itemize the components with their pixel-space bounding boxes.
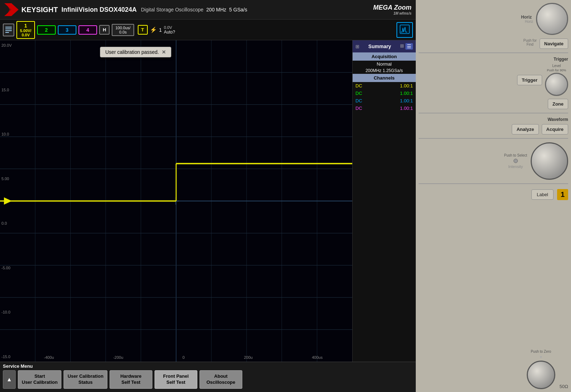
keysight-chevron-icon bbox=[4, 3, 19, 16]
start-calibration-button[interactable]: StartUser Calibration bbox=[18, 370, 61, 389]
trigger-mode: Auto? bbox=[164, 30, 175, 35]
search-label: Push forFind bbox=[524, 39, 537, 46]
acquisition-button[interactable]: Acquisition bbox=[353, 52, 416, 61]
channels-label: Channels bbox=[374, 75, 395, 81]
fifty-ohm-label: 50Ω bbox=[560, 384, 568, 389]
ch4-button[interactable]: 4 bbox=[79, 25, 97, 35]
about-scope-button[interactable]: AboutOscilloscope bbox=[199, 370, 242, 389]
zone-button[interactable]: Zone bbox=[548, 99, 568, 109]
trigger-channel: 1 bbox=[159, 27, 162, 33]
waveform-area: 20.0V 15.0 10.0 5.00 0.0 -5.00 -10.0 -15… bbox=[0, 40, 352, 362]
hw-test-text: HardwareSelf Test bbox=[120, 373, 141, 386]
channels-button[interactable]: Channels bbox=[353, 74, 416, 82]
acquire-button[interactable]: Acquire bbox=[542, 124, 568, 134]
nav-up-icon: ▲ bbox=[6, 376, 12, 383]
horiz-sub: Horiz bbox=[525, 20, 533, 24]
summary-expand-icon[interactable]: ⊞ bbox=[400, 43, 404, 50]
nav-up-button[interactable]: ▲ bbox=[3, 370, 16, 389]
grid-svg bbox=[0, 40, 352, 362]
analyze-button[interactable]: Analyze bbox=[512, 124, 539, 134]
svg-rect-2 bbox=[5, 27, 12, 27]
trigger-t-label: T bbox=[141, 27, 144, 32]
ch3-number: 3 bbox=[66, 27, 69, 33]
about-text: AboutOscilloscope bbox=[206, 373, 235, 386]
acquisition-params: 200MHz 1.25GSa/s bbox=[353, 67, 416, 74]
mega-zoom-sub: 1M wfms/s bbox=[393, 11, 411, 15]
ch2-button[interactable]: 2 bbox=[37, 25, 56, 35]
level-knob[interactable] bbox=[545, 73, 568, 96]
trigger-right-button[interactable]: Trigger bbox=[517, 75, 542, 85]
bottom-section: Push to Zero ▼ 50Ω bbox=[419, 205, 568, 389]
svg-rect-3 bbox=[5, 29, 12, 29]
svg-marker-1 bbox=[6, 3, 15, 16]
trigger-info: 0.0V Auto? bbox=[164, 25, 175, 35]
waveform-label: Waveform bbox=[547, 117, 568, 122]
intensity-section: Push to Select Intensity bbox=[419, 142, 568, 180]
trigger-right-section: Trigger bbox=[419, 57, 568, 62]
ch1-button[interactable]: 1 5.00V/ 0.0V bbox=[16, 21, 35, 39]
push-select-label: Push to Select bbox=[504, 153, 527, 157]
model-name: InfiniiVision DSOX4024A bbox=[61, 6, 137, 14]
triangle-down-icon: ▼ bbox=[539, 355, 543, 359]
display-area: 20.0V 15.0 10.0 5.00 0.0 -5.00 -10.0 -15… bbox=[0, 40, 416, 362]
horiz-labels: Horiz Horiz bbox=[521, 15, 533, 24]
horiz-section: Horiz Horiz bbox=[419, 3, 568, 35]
acq-mode-text: Normal bbox=[377, 61, 392, 67]
navigate-button[interactable]: Navigate bbox=[540, 39, 568, 49]
right-panel: Horiz Horiz Push forFind Navigate Trigge… bbox=[416, 0, 571, 392]
cal-status-text: User CalibrationStatus bbox=[67, 373, 103, 386]
service-menu-title: Service Menu bbox=[0, 362, 416, 370]
summary-list-icon[interactable]: ☰ bbox=[405, 43, 413, 50]
summary-title: Summary bbox=[368, 44, 391, 49]
menu-button[interactable] bbox=[3, 24, 14, 36]
calibration-text: User calibration passed. bbox=[105, 49, 159, 55]
time-offset: 0.0s bbox=[119, 30, 127, 34]
ch4-summary-row: DC 1.00:1 bbox=[353, 105, 416, 112]
vertical-knob[interactable] bbox=[527, 361, 555, 389]
label-button[interactable]: Label bbox=[531, 189, 554, 200]
ch1-number: 1 bbox=[24, 23, 27, 29]
search-section: Push forFind bbox=[524, 39, 537, 49]
acquisition-label: Acquisition bbox=[372, 54, 397, 59]
horiz-knob[interactable] bbox=[536, 3, 568, 35]
trigger-lightning-icon: ⚡ bbox=[150, 26, 157, 33]
start-cal-text: StartUser Calibration bbox=[22, 373, 57, 386]
ch1-offset: 0.0V bbox=[22, 33, 30, 37]
level-section: Level Push for 90% bbox=[545, 64, 568, 96]
intensity-knob[interactable] bbox=[531, 142, 568, 180]
timebase-button[interactable]: 100.0us/ 0.0s bbox=[112, 24, 134, 36]
fifty-ohm-section: 50Ω bbox=[560, 384, 568, 389]
summary-panel: ⊞ Summary ⊞ ☰ Acquisition Normal 200MHz … bbox=[352, 40, 416, 362]
svg-rect-4 bbox=[5, 30, 12, 31]
divider-3 bbox=[419, 138, 568, 139]
run-button[interactable] bbox=[396, 22, 413, 38]
trigger-button[interactable]: T bbox=[138, 25, 148, 35]
h-button[interactable]: H bbox=[99, 25, 110, 35]
summary-icons: ⊞ ☰ bbox=[400, 43, 413, 50]
push-90: Push for 90% bbox=[547, 68, 566, 72]
summary-grid-icon[interactable]: ⊞ bbox=[355, 44, 359, 49]
service-menu: Service Menu ▲ StartUser Calibration Use… bbox=[0, 362, 416, 392]
calibration-popup: User calibration passed. ✕ bbox=[100, 47, 171, 57]
zone-section: Zone bbox=[419, 99, 568, 109]
ch2-probe: 1.00:1 bbox=[400, 91, 413, 96]
ch2-number: 2 bbox=[45, 27, 48, 33]
acquisition-mode: Normal bbox=[353, 61, 416, 67]
mega-zoom-logo: MEGA Zoom 1M wfms/s bbox=[373, 4, 411, 15]
trigger-right-label: Trigger bbox=[554, 57, 568, 62]
trigger-controls: Trigger Level Push for 90% bbox=[419, 64, 568, 96]
time-div: 100.0us/ bbox=[115, 26, 130, 30]
sample-rate: 5 GSa/s bbox=[229, 7, 247, 12]
ch3-button[interactable]: 3 bbox=[58, 25, 76, 35]
service-buttons: ▲ StartUser Calibration User Calibration… bbox=[0, 370, 416, 391]
front-panel-test-button[interactable]: Front PanelSelf Test bbox=[155, 370, 197, 389]
ch1-badge-section: Label 1 bbox=[419, 189, 568, 200]
navigate-section: Navigate bbox=[540, 39, 568, 49]
hw-self-test-button[interactable]: HardwareSelf Test bbox=[110, 370, 152, 389]
summary-header: ⊞ Summary ⊞ ☰ bbox=[353, 40, 416, 52]
cal-status-button[interactable]: User CalibrationStatus bbox=[64, 370, 107, 389]
divider-4 bbox=[419, 183, 568, 184]
level-label: Level bbox=[552, 64, 561, 68]
ch2-summary-row: DC 1.00:1 bbox=[353, 90, 416, 97]
calibration-close-button[interactable]: ✕ bbox=[162, 49, 166, 55]
